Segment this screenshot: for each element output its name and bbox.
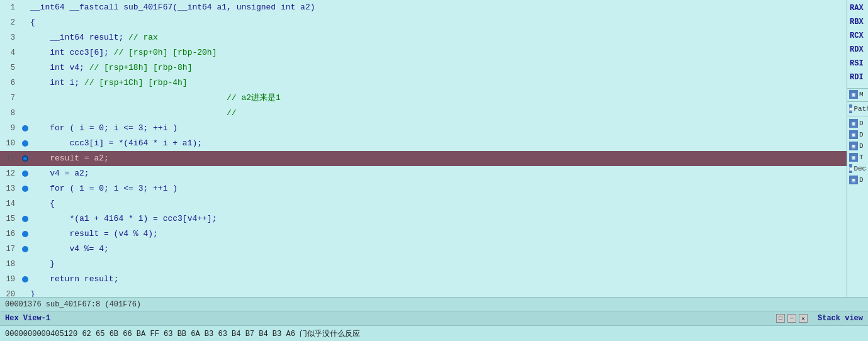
code-text: return result; bbox=[30, 272, 844, 287]
right-panel-item-t-5[interactable]: ▣T bbox=[847, 152, 868, 163]
line-number: 4 bbox=[0, 48, 20, 57]
code-line-3: 3 __int64 result; // rax bbox=[0, 30, 847, 45]
code-line-17: 17 v4 %= 4; bbox=[0, 242, 847, 257]
breakpoint-indicator[interactable] bbox=[20, 276, 30, 282]
code-line-18: 18 } bbox=[0, 257, 847, 272]
panel-icon-d3: ▣ bbox=[849, 142, 858, 150]
code-line-13: 13 for ( i = 0; i <= 3; ++i ) bbox=[0, 181, 847, 196]
breakpoint-indicator[interactable] bbox=[20, 186, 30, 192]
code-text: { bbox=[30, 196, 844, 211]
code-text: // bbox=[30, 106, 844, 121]
right-panel-item-path-1[interactable]: ▣Path bbox=[847, 103, 868, 115]
breakpoint-indicator[interactable] bbox=[20, 170, 30, 177]
line-number: 15 bbox=[0, 215, 20, 223]
breakpoint-dot bbox=[22, 140, 28, 147]
line-number: 17 bbox=[0, 245, 20, 254]
code-text: int i; // [rsp+1Ch] [rbp-4h] bbox=[30, 75, 844, 91]
line-number: 13 bbox=[0, 184, 20, 193]
status-bar: 00001376 sub_401F67:8 (401F76) bbox=[0, 297, 868, 311]
code-line-16: 16 result = (v4 % 4); bbox=[0, 226, 847, 242]
code-panel: 1__int64 __fastcall sub_401F67(__int64 a… bbox=[0, 0, 847, 297]
line-number: 12 bbox=[0, 169, 20, 178]
code-text: v4 %= 4; bbox=[30, 242, 844, 257]
panel-label-text: T bbox=[859, 154, 864, 161]
close-button[interactable]: ✕ bbox=[799, 314, 808, 323]
breakpoint-indicator[interactable] bbox=[20, 231, 30, 237]
status-address: 00001376 sub_401F67:8 (401F76) bbox=[5, 300, 141, 309]
line-number: 14 bbox=[0, 199, 20, 208]
code-line-11: 11 result = a2; bbox=[0, 151, 847, 166]
code-text: __int64 __fastcall sub_401F67(__int64 a1… bbox=[30, 0, 844, 15]
line-number: 6 bbox=[0, 79, 20, 87]
right-panel-item-dec-6[interactable]: ▣Dec bbox=[847, 163, 868, 174]
panel-label-text: D bbox=[859, 120, 864, 127]
panel-icon-m: ▣ bbox=[849, 90, 858, 99]
panel-icon-d2: ▣ bbox=[849, 130, 858, 139]
hex-view-title: Hex View-1 bbox=[5, 314, 50, 323]
code-line-5: 5 int v4; // [rsp+18h] [rbp-8h] bbox=[0, 60, 847, 75]
panel-icon-dec: ▣ bbox=[849, 164, 852, 173]
right-panel-item-d3-4[interactable]: ▣D bbox=[847, 140, 868, 152]
line-number: 9 bbox=[0, 124, 20, 133]
panel-label-text: D bbox=[859, 176, 864, 184]
main-area: 1__int64 __fastcall sub_401F67(__int64 a… bbox=[0, 0, 868, 297]
hex-content: 0000000000405120 62 65 6B 66 BA FF 63 BB… bbox=[5, 328, 360, 339]
code-lines: 1__int64 __fastcall sub_401F67(__int64 a… bbox=[0, 0, 847, 297]
code-line-9: 9 for ( i = 0; i <= 3; ++i ) bbox=[0, 121, 847, 136]
panel-label-text: D bbox=[859, 131, 864, 138]
code-text: } bbox=[30, 287, 844, 297]
line-number: 10 bbox=[0, 139, 20, 148]
register-item-rax[interactable]: RAX bbox=[847, 1, 868, 15]
code-line-8: 8 // bbox=[0, 106, 847, 121]
code-line-2: 2{ bbox=[0, 15, 847, 30]
line-number: 8 bbox=[0, 109, 20, 118]
right-panel-item-m-0[interactable]: ▣M bbox=[847, 89, 868, 100]
code-text: } bbox=[30, 257, 844, 272]
line-number: 1 bbox=[0, 3, 20, 12]
code-text: int v4; // [rsp+18h] [rbp-8h] bbox=[30, 60, 844, 75]
code-text: for ( i = 0; i <= 3; ++i ) bbox=[30, 121, 844, 136]
breakpoint-dot bbox=[22, 186, 28, 192]
line-number: 18 bbox=[0, 260, 20, 269]
code-text: int ccc3[6]; // [rsp+0h] [rbp-20h] bbox=[30, 45, 844, 60]
code-text: *(a1 + 4i64 * i) = ccc3[v4++]; bbox=[30, 211, 844, 226]
code-text: ccc3[i] = *(4i64 * i + a1); bbox=[30, 136, 844, 151]
bottom-panel-header: Hex View-1 □ — ✕ Stack view bbox=[0, 311, 868, 326]
code-line-15: 15 *(a1 + 4i64 * i) = ccc3[v4++]; bbox=[0, 211, 847, 226]
register-item-rbx[interactable]: RBX bbox=[847, 15, 868, 29]
code-text: v4 = a2; bbox=[30, 166, 844, 181]
line-number: 7 bbox=[0, 94, 20, 103]
code-line-4: 4 int ccc3[6]; // [rsp+0h] [rbp-20h] bbox=[0, 45, 847, 60]
breakpoint-indicator[interactable] bbox=[20, 216, 30, 222]
breakpoint-indicator[interactable] bbox=[20, 125, 30, 131]
stack-view-title: Stack view bbox=[818, 314, 863, 323]
panel-label-text: Path bbox=[854, 105, 868, 113]
bottom-content: 0000000000405120 62 65 6B 66 BA FF 63 BB… bbox=[0, 326, 868, 341]
right-panel-item-d4-7[interactable]: ▣D bbox=[847, 174, 868, 186]
restore-button[interactable]: — bbox=[787, 314, 796, 323]
right-panel: RAXRBXRCXRDXRSIRDI ▣M▣Path▣D▣D▣D▣T▣Dec▣D bbox=[847, 0, 868, 297]
register-item-rdi[interactable]: RDI bbox=[847, 70, 868, 84]
minimize-button[interactable]: □ bbox=[776, 314, 785, 323]
right-panel-item-d2-3[interactable]: ▣D bbox=[847, 129, 868, 140]
panel-icon-path: ▣ bbox=[849, 104, 852, 113]
line-number: 2 bbox=[0, 18, 20, 27]
right-panel-item-d1-2[interactable]: ▣D bbox=[847, 118, 868, 129]
register-item-rsi[interactable]: RSI bbox=[847, 57, 868, 70]
code-line-12: 12 v4 = a2; bbox=[0, 166, 847, 181]
breakpoint-indicator[interactable] bbox=[20, 246, 30, 252]
line-number: 16 bbox=[0, 230, 20, 238]
code-text: // a2进来是1 bbox=[30, 91, 844, 106]
breakpoint-dot bbox=[22, 125, 28, 131]
breakpoint-indicator[interactable] bbox=[20, 155, 30, 162]
code-line-10: 10 ccc3[i] = *(4i64 * i + a1); bbox=[0, 136, 847, 151]
register-item-rdx[interactable]: RDX bbox=[847, 43, 868, 57]
breakpoint-dot bbox=[22, 170, 28, 177]
code-line-20: 20} bbox=[0, 287, 847, 297]
code-line-7: 7 // a2进来是1 bbox=[0, 91, 847, 106]
code-line-1: 1__int64 __fastcall sub_401F67(__int64 a… bbox=[0, 0, 847, 15]
line-number: 3 bbox=[0, 33, 20, 42]
breakpoint-indicator[interactable] bbox=[20, 140, 30, 147]
line-number: 5 bbox=[0, 64, 20, 72]
register-item-rcx[interactable]: RCX bbox=[847, 29, 868, 43]
